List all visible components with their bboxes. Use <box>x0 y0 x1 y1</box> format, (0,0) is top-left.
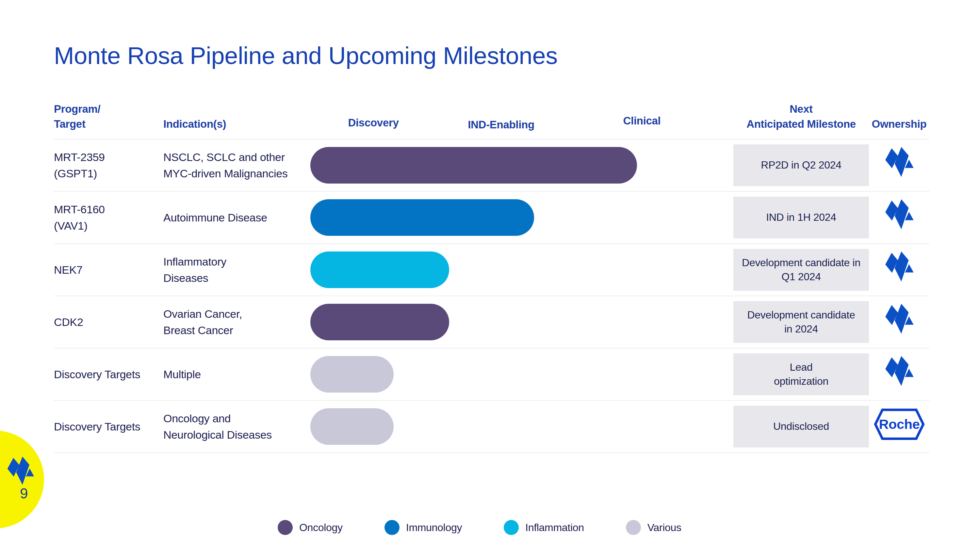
stage-bar <box>310 304 449 340</box>
oncology-swatch-icon <box>278 520 293 535</box>
legend: Oncology Immunology Inflammation Various <box>278 520 681 535</box>
ownership-cell <box>869 251 929 288</box>
stage-bar <box>310 147 637 184</box>
monte-rosa-logo-icon <box>883 198 916 236</box>
roche-logo-icon: Roche <box>873 407 926 446</box>
stage-track <box>310 140 733 191</box>
column-header-stages: Discovery IND-Enabling Clinical <box>310 93 733 139</box>
column-header-indication: Indication(s) <box>163 117 310 139</box>
program-name: MRT-6160 (VAV1) <box>54 201 163 234</box>
table-row: NEK7 Inflammatory Diseases Development c… <box>54 244 929 296</box>
column-header-clinical: Clinical <box>623 113 661 129</box>
legend-label: Various <box>648 522 681 534</box>
stage-bar <box>310 251 449 288</box>
monte-rosa-logo-icon <box>883 303 916 341</box>
table-row: Discovery Targets Multiple Lead optimiza… <box>54 348 929 401</box>
legend-label: Oncology <box>299 522 343 534</box>
milestone-badge: Lead optimization <box>733 353 869 395</box>
stage-track <box>310 244 733 295</box>
indication-text: Oncology and Neurological Diseases <box>163 410 310 443</box>
ownership-cell <box>869 356 929 393</box>
table-row: MRT-6160 (VAV1) Autoimmune Disease IND i… <box>54 192 929 244</box>
legend-label: Inflammation <box>525 522 584 534</box>
milestone-badge: IND in 1H 2024 <box>733 197 869 238</box>
svg-text:Roche: Roche <box>879 417 920 432</box>
column-header-ownership: Ownership <box>869 117 929 139</box>
program-name: Discovery Targets <box>54 366 163 383</box>
pipeline-slide: Monte Rosa Pipeline and Upcoming Milesto… <box>0 0 980 551</box>
inflammation-swatch-icon <box>504 520 519 535</box>
legend-item-oncology: Oncology <box>278 520 343 535</box>
column-header-discovery: Discovery <box>348 115 399 130</box>
page-number: 9 <box>14 485 33 502</box>
milestone-badge: Development candidate in 2024 <box>733 301 869 343</box>
column-header-program: Program/ Target <box>54 102 163 139</box>
column-header-ind-enabling: IND-Enabling <box>468 117 535 132</box>
stage-bar <box>310 408 394 445</box>
stage-bar <box>310 356 394 392</box>
indication-text: Inflammatory Diseases <box>163 254 310 286</box>
ownership-cell: Roche <box>869 407 929 446</box>
table-row: Discovery Targets Oncology and Neurologi… <box>54 401 929 453</box>
program-name: NEK7 <box>54 262 163 278</box>
milestone-badge: RP2D in Q2 2024 <box>733 144 869 186</box>
stage-track <box>310 192 733 243</box>
legend-item-immunology: Immunology <box>385 520 462 535</box>
stage-track <box>310 401 733 453</box>
program-name: CDK2 <box>54 314 163 330</box>
stage-bar <box>310 199 534 236</box>
indication-text: Ovarian Cancer, Breast Cancer <box>163 306 310 339</box>
ownership-cell <box>869 146 929 184</box>
footer-logo-badge: 9 <box>0 430 44 529</box>
milestone-badge: Development candidate in Q1 2024 <box>733 249 869 291</box>
table-header-row: Program/ Target Indication(s) Discovery … <box>54 93 929 140</box>
ownership-cell <box>869 198 929 236</box>
page-title: Monte Rosa Pipeline and Upcoming Milesto… <box>54 42 558 70</box>
ownership-cell <box>869 303 929 341</box>
monte-rosa-logo-icon <box>5 456 36 489</box>
legend-label: Immunology <box>406 522 462 534</box>
indication-text: Autoimmune Disease <box>163 210 310 226</box>
indication-text: NSCLC, SCLC and other MYC-driven Maligna… <box>163 149 310 182</box>
legend-item-various: Various <box>626 520 681 535</box>
table-row: CDK2 Ovarian Cancer, Breast Cancer Devel… <box>54 296 929 348</box>
indication-text: Multiple <box>163 366 310 383</box>
immunology-swatch-icon <box>385 520 399 535</box>
table-row: MRT-2359 (GSPT1) NSCLC, SCLC and other M… <box>54 140 929 192</box>
milestone-badge: Undisclosed <box>733 406 869 448</box>
column-header-milestone: Next Anticipated Milestone <box>733 102 869 139</box>
monte-rosa-logo-icon <box>883 146 916 184</box>
legend-item-inflammation: Inflammation <box>504 520 584 535</box>
monte-rosa-logo-icon <box>883 251 916 288</box>
pipeline-table: Program/ Target Indication(s) Discovery … <box>54 93 929 453</box>
program-name: MRT-2359 (GSPT1) <box>54 149 163 182</box>
program-name: Discovery Targets <box>54 418 163 435</box>
various-swatch-icon <box>626 520 641 535</box>
stage-track <box>310 296 733 348</box>
monte-rosa-logo-icon <box>883 356 916 393</box>
stage-track <box>310 348 733 400</box>
